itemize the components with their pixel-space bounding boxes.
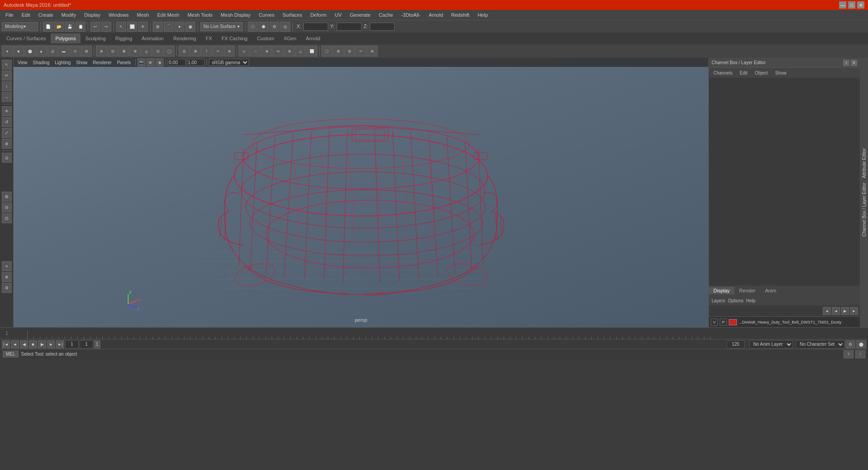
layer-prev-btn[interactable]: ◄ (832, 307, 840, 315)
menu-cache[interactable]: Cache (375, 11, 397, 19)
render-tab[interactable]: Render (735, 287, 760, 294)
torus-tool[interactable]: ◎ (47, 46, 58, 56)
play-fwd-btn[interactable]: ▶ (38, 340, 46, 348)
multicut-tool[interactable]: ⊕ (224, 46, 235, 56)
boolean-diff[interactable]: ∩ (250, 46, 261, 56)
step-fwd-btn[interactable]: ► (47, 340, 55, 348)
menu-modify[interactable]: Modify (58, 11, 80, 19)
tab-fx-caching[interactable]: FX Caching (217, 33, 252, 43)
channel-box-expand-btn[interactable]: + (843, 60, 849, 66)
cone-tool[interactable]: ▲ (36, 46, 47, 56)
plane-tool[interactable]: ▬ (58, 46, 69, 56)
append-tool[interactable]: ⊕ (96, 46, 107, 56)
triangulate-tool[interactable]: △ (295, 46, 306, 56)
tab-arnold[interactable]: Arnold (302, 33, 325, 43)
maximize-button[interactable]: □ (848, 1, 855, 9)
show-menu[interactable]: Show (74, 60, 90, 66)
combine-tool[interactable]: ⊕ (261, 46, 272, 56)
y-coord-input[interactable] (337, 23, 362, 31)
menu-create[interactable]: Create (35, 11, 57, 19)
ipr-render-button[interactable]: ⬢ (259, 22, 269, 32)
menu-3dto-all[interactable]: -3DtoAll- (397, 11, 424, 19)
render-button[interactable]: ⬡ (248, 22, 258, 32)
display-layer-btn[interactable]: ⊞ (2, 192, 12, 202)
paint-tool[interactable]: ✏ (2, 70, 12, 80)
lighting-menu[interactable]: Lighting (52, 60, 73, 66)
snap-surface-button[interactable]: ▣ (185, 22, 195, 32)
move-tool-left[interactable]: ✛ (2, 106, 12, 116)
render-settings-button[interactable]: ⚙ (269, 22, 279, 32)
skip-to-end-btn[interactable]: ►| (56, 340, 64, 348)
menu-file[interactable]: File (2, 11, 17, 19)
play-back-btn[interactable]: ◀ (20, 340, 28, 348)
character-set-select[interactable]: No Character Set (796, 340, 844, 348)
anim-tab[interactable]: Anim (760, 287, 781, 294)
select-tool-button[interactable]: ↖ (116, 22, 126, 32)
tab-rendering[interactable]: Rendering (169, 33, 201, 43)
sphere-tool[interactable]: ● (2, 46, 13, 56)
x-coord-input[interactable] (303, 23, 328, 31)
redo-button[interactable]: ↪ (101, 22, 111, 32)
lasso-tool-button[interactable]: ⬜ (127, 22, 137, 32)
menu-uv[interactable]: UV (331, 11, 345, 19)
mel-button[interactable]: MEL (3, 351, 19, 357)
gamma-select[interactable]: sRGB gamma (209, 59, 249, 66)
tab-xgen[interactable]: XGen (279, 33, 301, 43)
anim-layer-select[interactable]: No Anim Layer (749, 340, 793, 348)
layer-p-btn[interactable]: P (720, 319, 727, 326)
menu-redshift[interactable]: Redshift (448, 11, 473, 19)
step-back-btn[interactable]: ◄ (11, 340, 19, 348)
edge-flow-tool[interactable]: ⌇ (201, 46, 212, 56)
channel-box-btn[interactable]: ≡ (2, 261, 12, 271)
save-file-button[interactable]: 💾 (65, 22, 75, 32)
tweak-tool[interactable]: ↕ (2, 81, 12, 91)
quad-draw-tool[interactable]: ⬜ (307, 46, 317, 56)
undo-button[interactable]: ↩ (90, 22, 100, 32)
sculpt-tool[interactable]: ⌣ (2, 92, 12, 102)
select-tool-left[interactable]: ↖ (2, 60, 12, 70)
value2-input[interactable] (187, 59, 205, 66)
timeline-ruler[interactable]: 1 (27, 328, 717, 339)
menu-edit-mesh[interactable]: Edit Mesh (154, 11, 183, 19)
smooth-tool[interactable]: ◯ (164, 46, 175, 56)
menu-surfaces[interactable]: Surfaces (279, 11, 306, 19)
cylinder-tool[interactable]: ⬤ (24, 46, 35, 56)
help-line-btn[interactable]: ? (844, 350, 854, 358)
channel-box-controls[interactable]: + ✕ (843, 60, 857, 66)
cut-tool[interactable]: ✂ (212, 46, 223, 56)
tab-sculpting[interactable]: Sculpting (81, 33, 110, 43)
menu-help[interactable]: Help (474, 11, 491, 19)
menu-display[interactable]: Display (80, 11, 104, 19)
camera-icon[interactable]: 📷 (137, 58, 146, 66)
menu-edit[interactable]: Edit (18, 11, 34, 19)
attribute-btn[interactable]: ⊗ (2, 272, 12, 282)
layer-play-btn[interactable]: ▶ (841, 307, 849, 315)
menu-arnold[interactable]: Arnold (425, 11, 447, 19)
autokey-btn[interactable]: ⬤ (856, 340, 866, 348)
layer-next-btn[interactable]: ► (850, 307, 858, 315)
tool-settings-btn[interactable]: ⚙ (2, 283, 12, 293)
panels-menu[interactable]: Panels (115, 60, 133, 66)
layer-color-swatch[interactable] (729, 319, 737, 325)
menu-mesh[interactable]: Mesh (133, 11, 153, 19)
options-option[interactable]: Options (728, 298, 743, 303)
frame-current-input[interactable] (80, 340, 93, 348)
tab-polygons[interactable]: Polygons (51, 33, 80, 43)
merge-tool[interactable]: ⊗ (130, 46, 141, 56)
new-file-button[interactable]: 📄 (43, 22, 53, 32)
unfold-btn[interactable]: ⊞ (333, 46, 344, 56)
cube-tool[interactable]: ■ (13, 46, 24, 56)
anim-layer-btn-left[interactable]: ⊡ (2, 213, 12, 223)
layout-uvs-btn[interactable]: ⊟ (344, 46, 355, 56)
menu-curves[interactable]: Curves (255, 11, 278, 19)
soft-mod-tool[interactable]: ◎ (2, 153, 12, 163)
scale-tool[interactable]: ⤢ (2, 128, 12, 138)
separate-tool[interactable]: ⊗ (284, 46, 295, 56)
mode-selector[interactable]: Modeling ▾ (2, 22, 38, 31)
insert-edge-tool[interactable]: ⊟ (179, 46, 189, 56)
renderer-menu[interactable]: Renderer (90, 60, 114, 66)
render-layer-btn[interactable]: ⊟ (2, 202, 12, 212)
universal-tool[interactable]: ⊕ (2, 139, 12, 149)
tab-curves-surfaces[interactable]: Curves / Surfaces (2, 33, 50, 43)
skip-to-start-btn[interactable]: |◄ (2, 340, 10, 348)
